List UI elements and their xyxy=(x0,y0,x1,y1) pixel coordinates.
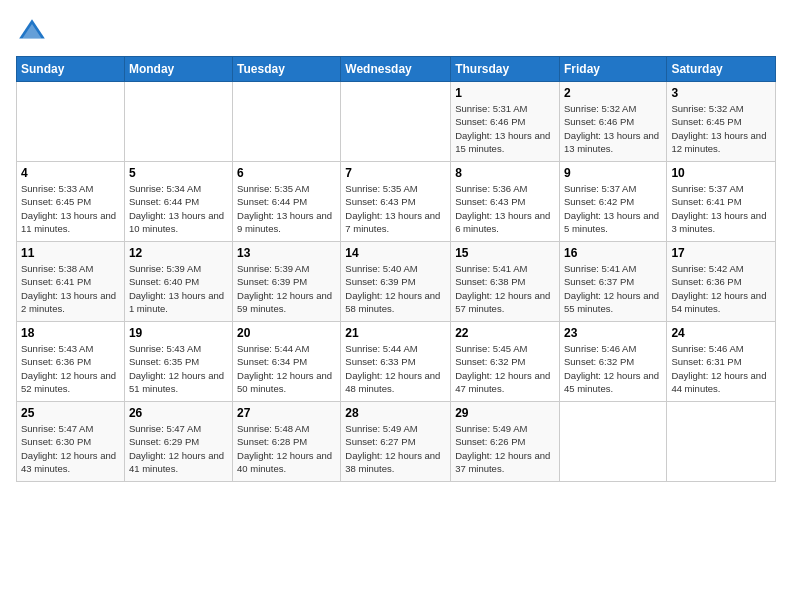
calendar-cell: 18Sunrise: 5:43 AMSunset: 6:36 PMDayligh… xyxy=(17,322,125,402)
day-info: Sunrise: 5:33 AMSunset: 6:45 PMDaylight:… xyxy=(21,182,120,235)
calendar-cell: 9Sunrise: 5:37 AMSunset: 6:42 PMDaylight… xyxy=(559,162,666,242)
day-info: Sunrise: 5:48 AMSunset: 6:28 PMDaylight:… xyxy=(237,422,336,475)
day-number: 29 xyxy=(455,406,555,420)
day-info: Sunrise: 5:31 AMSunset: 6:46 PMDaylight:… xyxy=(455,102,555,155)
weekday-header-tuesday: Tuesday xyxy=(233,57,341,82)
day-info: Sunrise: 5:36 AMSunset: 6:43 PMDaylight:… xyxy=(455,182,555,235)
day-info: Sunrise: 5:38 AMSunset: 6:41 PMDaylight:… xyxy=(21,262,120,315)
calendar-cell: 12Sunrise: 5:39 AMSunset: 6:40 PMDayligh… xyxy=(124,242,232,322)
calendar-cell: 27Sunrise: 5:48 AMSunset: 6:28 PMDayligh… xyxy=(233,402,341,482)
weekday-header-row: SundayMondayTuesdayWednesdayThursdayFrid… xyxy=(17,57,776,82)
calendar-cell: 28Sunrise: 5:49 AMSunset: 6:27 PMDayligh… xyxy=(341,402,451,482)
calendar-cell: 2Sunrise: 5:32 AMSunset: 6:46 PMDaylight… xyxy=(559,82,666,162)
calendar-cell: 10Sunrise: 5:37 AMSunset: 6:41 PMDayligh… xyxy=(667,162,776,242)
day-number: 22 xyxy=(455,326,555,340)
calendar-cell xyxy=(233,82,341,162)
calendar-table: SundayMondayTuesdayWednesdayThursdayFrid… xyxy=(16,56,776,482)
day-info: Sunrise: 5:32 AMSunset: 6:45 PMDaylight:… xyxy=(671,102,771,155)
calendar-cell: 16Sunrise: 5:41 AMSunset: 6:37 PMDayligh… xyxy=(559,242,666,322)
day-number: 5 xyxy=(129,166,228,180)
day-number: 4 xyxy=(21,166,120,180)
weekday-header-friday: Friday xyxy=(559,57,666,82)
day-number: 6 xyxy=(237,166,336,180)
day-number: 3 xyxy=(671,86,771,100)
calendar-cell: 17Sunrise: 5:42 AMSunset: 6:36 PMDayligh… xyxy=(667,242,776,322)
weekday-header-wednesday: Wednesday xyxy=(341,57,451,82)
week-row-3: 18Sunrise: 5:43 AMSunset: 6:36 PMDayligh… xyxy=(17,322,776,402)
day-number: 26 xyxy=(129,406,228,420)
day-info: Sunrise: 5:35 AMSunset: 6:43 PMDaylight:… xyxy=(345,182,446,235)
day-info: Sunrise: 5:37 AMSunset: 6:42 PMDaylight:… xyxy=(564,182,662,235)
day-info: Sunrise: 5:34 AMSunset: 6:44 PMDaylight:… xyxy=(129,182,228,235)
calendar-cell: 13Sunrise: 5:39 AMSunset: 6:39 PMDayligh… xyxy=(233,242,341,322)
weekday-header-thursday: Thursday xyxy=(451,57,560,82)
calendar-cell: 20Sunrise: 5:44 AMSunset: 6:34 PMDayligh… xyxy=(233,322,341,402)
calendar-cell: 4Sunrise: 5:33 AMSunset: 6:45 PMDaylight… xyxy=(17,162,125,242)
calendar-cell xyxy=(559,402,666,482)
calendar-cell: 26Sunrise: 5:47 AMSunset: 6:29 PMDayligh… xyxy=(124,402,232,482)
day-info: Sunrise: 5:49 AMSunset: 6:27 PMDaylight:… xyxy=(345,422,446,475)
calendar-cell: 6Sunrise: 5:35 AMSunset: 6:44 PMDaylight… xyxy=(233,162,341,242)
day-number: 15 xyxy=(455,246,555,260)
day-number: 16 xyxy=(564,246,662,260)
day-info: Sunrise: 5:32 AMSunset: 6:46 PMDaylight:… xyxy=(564,102,662,155)
day-number: 14 xyxy=(345,246,446,260)
calendar-cell: 23Sunrise: 5:46 AMSunset: 6:32 PMDayligh… xyxy=(559,322,666,402)
calendar-cell xyxy=(341,82,451,162)
day-info: Sunrise: 5:42 AMSunset: 6:36 PMDaylight:… xyxy=(671,262,771,315)
day-number: 2 xyxy=(564,86,662,100)
day-info: Sunrise: 5:46 AMSunset: 6:32 PMDaylight:… xyxy=(564,342,662,395)
calendar-cell: 25Sunrise: 5:47 AMSunset: 6:30 PMDayligh… xyxy=(17,402,125,482)
day-info: Sunrise: 5:43 AMSunset: 6:35 PMDaylight:… xyxy=(129,342,228,395)
calendar-cell: 11Sunrise: 5:38 AMSunset: 6:41 PMDayligh… xyxy=(17,242,125,322)
day-info: Sunrise: 5:47 AMSunset: 6:30 PMDaylight:… xyxy=(21,422,120,475)
calendar-cell: 1Sunrise: 5:31 AMSunset: 6:46 PMDaylight… xyxy=(451,82,560,162)
calendar-cell xyxy=(17,82,125,162)
day-info: Sunrise: 5:39 AMSunset: 6:40 PMDaylight:… xyxy=(129,262,228,315)
calendar-cell: 22Sunrise: 5:45 AMSunset: 6:32 PMDayligh… xyxy=(451,322,560,402)
weekday-header-saturday: Saturday xyxy=(667,57,776,82)
calendar-cell: 19Sunrise: 5:43 AMSunset: 6:35 PMDayligh… xyxy=(124,322,232,402)
day-info: Sunrise: 5:39 AMSunset: 6:39 PMDaylight:… xyxy=(237,262,336,315)
weekday-header-sunday: Sunday xyxy=(17,57,125,82)
day-number: 18 xyxy=(21,326,120,340)
calendar-cell: 14Sunrise: 5:40 AMSunset: 6:39 PMDayligh… xyxy=(341,242,451,322)
day-number: 17 xyxy=(671,246,771,260)
day-number: 8 xyxy=(455,166,555,180)
day-number: 19 xyxy=(129,326,228,340)
day-number: 9 xyxy=(564,166,662,180)
day-number: 20 xyxy=(237,326,336,340)
day-info: Sunrise: 5:46 AMSunset: 6:31 PMDaylight:… xyxy=(671,342,771,395)
day-info: Sunrise: 5:43 AMSunset: 6:36 PMDaylight:… xyxy=(21,342,120,395)
page-header xyxy=(16,16,776,48)
day-number: 1 xyxy=(455,86,555,100)
calendar-cell: 29Sunrise: 5:49 AMSunset: 6:26 PMDayligh… xyxy=(451,402,560,482)
day-number: 23 xyxy=(564,326,662,340)
day-info: Sunrise: 5:37 AMSunset: 6:41 PMDaylight:… xyxy=(671,182,771,235)
day-number: 12 xyxy=(129,246,228,260)
day-info: Sunrise: 5:45 AMSunset: 6:32 PMDaylight:… xyxy=(455,342,555,395)
week-row-0: 1Sunrise: 5:31 AMSunset: 6:46 PMDaylight… xyxy=(17,82,776,162)
calendar-cell: 24Sunrise: 5:46 AMSunset: 6:31 PMDayligh… xyxy=(667,322,776,402)
week-row-1: 4Sunrise: 5:33 AMSunset: 6:45 PMDaylight… xyxy=(17,162,776,242)
day-info: Sunrise: 5:40 AMSunset: 6:39 PMDaylight:… xyxy=(345,262,446,315)
calendar-cell: 7Sunrise: 5:35 AMSunset: 6:43 PMDaylight… xyxy=(341,162,451,242)
day-number: 28 xyxy=(345,406,446,420)
calendar-cell: 15Sunrise: 5:41 AMSunset: 6:38 PMDayligh… xyxy=(451,242,560,322)
calendar-cell: 5Sunrise: 5:34 AMSunset: 6:44 PMDaylight… xyxy=(124,162,232,242)
day-number: 27 xyxy=(237,406,336,420)
calendar-cell xyxy=(124,82,232,162)
day-number: 11 xyxy=(21,246,120,260)
day-info: Sunrise: 5:35 AMSunset: 6:44 PMDaylight:… xyxy=(237,182,336,235)
day-number: 10 xyxy=(671,166,771,180)
day-info: Sunrise: 5:47 AMSunset: 6:29 PMDaylight:… xyxy=(129,422,228,475)
week-row-2: 11Sunrise: 5:38 AMSunset: 6:41 PMDayligh… xyxy=(17,242,776,322)
day-info: Sunrise: 5:41 AMSunset: 6:37 PMDaylight:… xyxy=(564,262,662,315)
day-number: 7 xyxy=(345,166,446,180)
week-row-4: 25Sunrise: 5:47 AMSunset: 6:30 PMDayligh… xyxy=(17,402,776,482)
calendar-cell: 3Sunrise: 5:32 AMSunset: 6:45 PMDaylight… xyxy=(667,82,776,162)
day-number: 13 xyxy=(237,246,336,260)
day-number: 21 xyxy=(345,326,446,340)
day-info: Sunrise: 5:44 AMSunset: 6:34 PMDaylight:… xyxy=(237,342,336,395)
logo xyxy=(16,16,52,48)
